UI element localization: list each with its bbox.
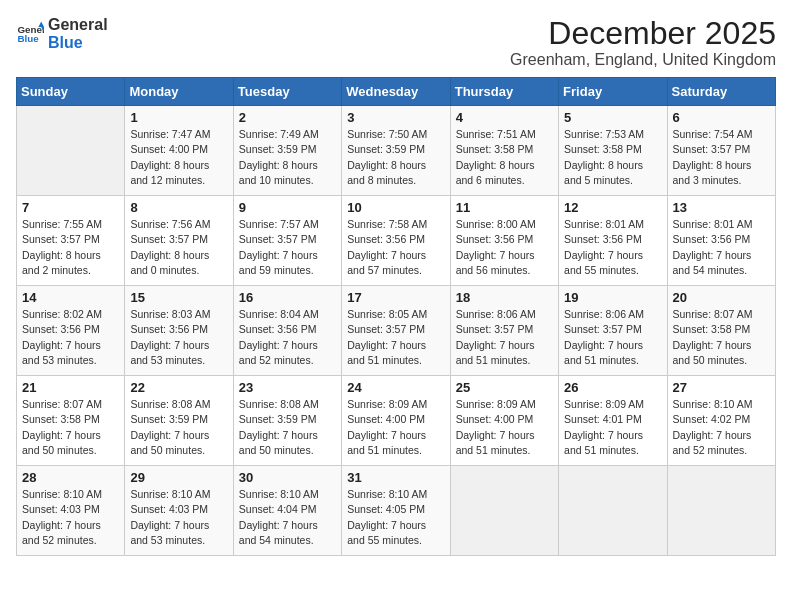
calendar-cell: 29Sunrise: 8:10 AM Sunset: 4:03 PM Dayli… bbox=[125, 466, 233, 556]
day-number: 16 bbox=[239, 290, 336, 305]
calendar-cell: 9Sunrise: 7:57 AM Sunset: 3:57 PM Daylig… bbox=[233, 196, 341, 286]
day-detail: Sunrise: 8:01 AM Sunset: 3:56 PM Dayligh… bbox=[564, 217, 661, 278]
calendar-cell: 26Sunrise: 8:09 AM Sunset: 4:01 PM Dayli… bbox=[559, 376, 667, 466]
day-number: 14 bbox=[22, 290, 119, 305]
day-number: 11 bbox=[456, 200, 553, 215]
calendar-cell: 27Sunrise: 8:10 AM Sunset: 4:02 PM Dayli… bbox=[667, 376, 775, 466]
day-detail: Sunrise: 7:49 AM Sunset: 3:59 PM Dayligh… bbox=[239, 127, 336, 188]
day-detail: Sunrise: 7:58 AM Sunset: 3:56 PM Dayligh… bbox=[347, 217, 444, 278]
day-detail: Sunrise: 8:10 AM Sunset: 4:03 PM Dayligh… bbox=[22, 487, 119, 548]
day-number: 30 bbox=[239, 470, 336, 485]
calendar-cell: 14Sunrise: 8:02 AM Sunset: 3:56 PM Dayli… bbox=[17, 286, 125, 376]
calendar-table: SundayMondayTuesdayWednesdayThursdayFrid… bbox=[16, 77, 776, 556]
calendar-cell: 3Sunrise: 7:50 AM Sunset: 3:59 PM Daylig… bbox=[342, 106, 450, 196]
day-detail: Sunrise: 8:09 AM Sunset: 4:00 PM Dayligh… bbox=[347, 397, 444, 458]
day-detail: Sunrise: 8:01 AM Sunset: 3:56 PM Dayligh… bbox=[673, 217, 770, 278]
calendar-cell: 19Sunrise: 8:06 AM Sunset: 3:57 PM Dayli… bbox=[559, 286, 667, 376]
day-detail: Sunrise: 8:05 AM Sunset: 3:57 PM Dayligh… bbox=[347, 307, 444, 368]
title-area: December 2025 Greenham, England, United … bbox=[510, 16, 776, 69]
day-detail: Sunrise: 8:08 AM Sunset: 3:59 PM Dayligh… bbox=[130, 397, 227, 458]
day-number: 9 bbox=[239, 200, 336, 215]
day-number: 24 bbox=[347, 380, 444, 395]
day-number: 10 bbox=[347, 200, 444, 215]
day-number: 2 bbox=[239, 110, 336, 125]
day-detail: Sunrise: 8:06 AM Sunset: 3:57 PM Dayligh… bbox=[564, 307, 661, 368]
calendar-cell: 10Sunrise: 7:58 AM Sunset: 3:56 PM Dayli… bbox=[342, 196, 450, 286]
day-number: 8 bbox=[130, 200, 227, 215]
calendar-cell: 13Sunrise: 8:01 AM Sunset: 3:56 PM Dayli… bbox=[667, 196, 775, 286]
day-detail: Sunrise: 8:10 AM Sunset: 4:02 PM Dayligh… bbox=[673, 397, 770, 458]
logo: General Blue General Blue bbox=[16, 16, 108, 51]
logo-general: General bbox=[48, 16, 108, 34]
day-number: 7 bbox=[22, 200, 119, 215]
calendar-cell: 28Sunrise: 8:10 AM Sunset: 4:03 PM Dayli… bbox=[17, 466, 125, 556]
calendar-cell: 8Sunrise: 7:56 AM Sunset: 3:57 PM Daylig… bbox=[125, 196, 233, 286]
calendar-cell: 4Sunrise: 7:51 AM Sunset: 3:58 PM Daylig… bbox=[450, 106, 558, 196]
day-detail: Sunrise: 7:54 AM Sunset: 3:57 PM Dayligh… bbox=[673, 127, 770, 188]
day-detail: Sunrise: 8:00 AM Sunset: 3:56 PM Dayligh… bbox=[456, 217, 553, 278]
calendar-cell: 7Sunrise: 7:55 AM Sunset: 3:57 PM Daylig… bbox=[17, 196, 125, 286]
day-detail: Sunrise: 8:06 AM Sunset: 3:57 PM Dayligh… bbox=[456, 307, 553, 368]
day-number: 13 bbox=[673, 200, 770, 215]
day-number: 21 bbox=[22, 380, 119, 395]
calendar-cell: 12Sunrise: 8:01 AM Sunset: 3:56 PM Dayli… bbox=[559, 196, 667, 286]
calendar-cell: 18Sunrise: 8:06 AM Sunset: 3:57 PM Dayli… bbox=[450, 286, 558, 376]
day-number: 12 bbox=[564, 200, 661, 215]
calendar-cell: 1Sunrise: 7:47 AM Sunset: 4:00 PM Daylig… bbox=[125, 106, 233, 196]
day-detail: Sunrise: 8:10 AM Sunset: 4:04 PM Dayligh… bbox=[239, 487, 336, 548]
day-detail: Sunrise: 8:02 AM Sunset: 3:56 PM Dayligh… bbox=[22, 307, 119, 368]
weekday-header-monday: Monday bbox=[125, 78, 233, 106]
day-detail: Sunrise: 8:09 AM Sunset: 4:01 PM Dayligh… bbox=[564, 397, 661, 458]
calendar-cell bbox=[450, 466, 558, 556]
day-number: 18 bbox=[456, 290, 553, 305]
day-detail: Sunrise: 8:07 AM Sunset: 3:58 PM Dayligh… bbox=[673, 307, 770, 368]
weekday-header-tuesday: Tuesday bbox=[233, 78, 341, 106]
weekday-header-saturday: Saturday bbox=[667, 78, 775, 106]
calendar-cell bbox=[559, 466, 667, 556]
day-detail: Sunrise: 8:10 AM Sunset: 4:03 PM Dayligh… bbox=[130, 487, 227, 548]
calendar-cell: 31Sunrise: 8:10 AM Sunset: 4:05 PM Dayli… bbox=[342, 466, 450, 556]
calendar-cell: 17Sunrise: 8:05 AM Sunset: 3:57 PM Dayli… bbox=[342, 286, 450, 376]
day-number: 20 bbox=[673, 290, 770, 305]
logo-icon: General Blue bbox=[16, 20, 44, 48]
weekday-header-wednesday: Wednesday bbox=[342, 78, 450, 106]
calendar-cell: 11Sunrise: 8:00 AM Sunset: 3:56 PM Dayli… bbox=[450, 196, 558, 286]
svg-text:Blue: Blue bbox=[17, 33, 39, 44]
day-number: 17 bbox=[347, 290, 444, 305]
day-number: 4 bbox=[456, 110, 553, 125]
day-number: 6 bbox=[673, 110, 770, 125]
day-number: 22 bbox=[130, 380, 227, 395]
calendar-cell: 6Sunrise: 7:54 AM Sunset: 3:57 PM Daylig… bbox=[667, 106, 775, 196]
day-detail: Sunrise: 7:55 AM Sunset: 3:57 PM Dayligh… bbox=[22, 217, 119, 278]
location-title: Greenham, England, United Kingdom bbox=[510, 51, 776, 69]
day-number: 3 bbox=[347, 110, 444, 125]
calendar-cell: 24Sunrise: 8:09 AM Sunset: 4:00 PM Dayli… bbox=[342, 376, 450, 466]
day-number: 23 bbox=[239, 380, 336, 395]
calendar-cell: 21Sunrise: 8:07 AM Sunset: 3:58 PM Dayli… bbox=[17, 376, 125, 466]
day-detail: Sunrise: 7:53 AM Sunset: 3:58 PM Dayligh… bbox=[564, 127, 661, 188]
calendar-cell: 30Sunrise: 8:10 AM Sunset: 4:04 PM Dayli… bbox=[233, 466, 341, 556]
day-number: 31 bbox=[347, 470, 444, 485]
weekday-header-sunday: Sunday bbox=[17, 78, 125, 106]
day-detail: Sunrise: 8:10 AM Sunset: 4:05 PM Dayligh… bbox=[347, 487, 444, 548]
day-detail: Sunrise: 8:09 AM Sunset: 4:00 PM Dayligh… bbox=[456, 397, 553, 458]
day-number: 5 bbox=[564, 110, 661, 125]
day-detail: Sunrise: 8:03 AM Sunset: 3:56 PM Dayligh… bbox=[130, 307, 227, 368]
day-detail: Sunrise: 7:57 AM Sunset: 3:57 PM Dayligh… bbox=[239, 217, 336, 278]
day-detail: Sunrise: 7:47 AM Sunset: 4:00 PM Dayligh… bbox=[130, 127, 227, 188]
day-number: 29 bbox=[130, 470, 227, 485]
day-detail: Sunrise: 7:51 AM Sunset: 3:58 PM Dayligh… bbox=[456, 127, 553, 188]
month-title: December 2025 bbox=[510, 16, 776, 51]
header: General Blue General Blue December 2025 … bbox=[16, 16, 776, 69]
calendar-cell: 20Sunrise: 8:07 AM Sunset: 3:58 PM Dayli… bbox=[667, 286, 775, 376]
day-detail: Sunrise: 7:56 AM Sunset: 3:57 PM Dayligh… bbox=[130, 217, 227, 278]
day-detail: Sunrise: 7:50 AM Sunset: 3:59 PM Dayligh… bbox=[347, 127, 444, 188]
day-detail: Sunrise: 8:07 AM Sunset: 3:58 PM Dayligh… bbox=[22, 397, 119, 458]
calendar-cell: 25Sunrise: 8:09 AM Sunset: 4:00 PM Dayli… bbox=[450, 376, 558, 466]
calendar-cell: 23Sunrise: 8:08 AM Sunset: 3:59 PM Dayli… bbox=[233, 376, 341, 466]
calendar-cell bbox=[17, 106, 125, 196]
day-number: 28 bbox=[22, 470, 119, 485]
day-number: 1 bbox=[130, 110, 227, 125]
weekday-header-thursday: Thursday bbox=[450, 78, 558, 106]
day-number: 19 bbox=[564, 290, 661, 305]
